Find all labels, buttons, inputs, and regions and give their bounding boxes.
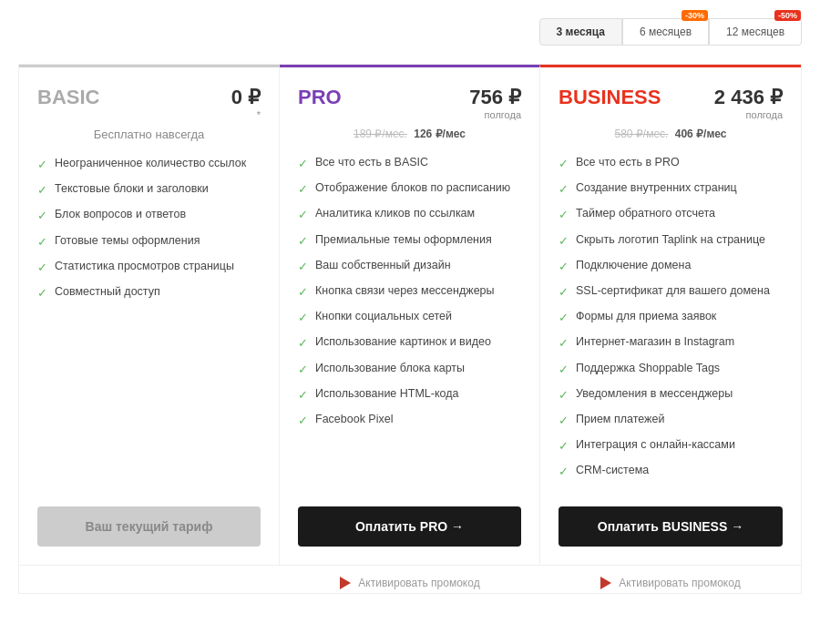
business-plan-button[interactable]: Оплатить BUSINESS → [559,506,783,547]
basic-features: ✓Неограниченное количество ссылок ✓Текст… [37,156,261,488]
list-item: ✓CRM-система [559,463,783,480]
check-icon: ✓ [298,413,308,429]
check-icon: ✓ [298,362,308,378]
business-price-block: 2 436 ₽ полгода [714,86,783,120]
list-item: ✓Интеграция с онлайн-кассами [559,437,783,455]
check-icon: ✓ [559,413,569,429]
list-item: ✓Скрыть логотип Taplink на странице [559,232,783,250]
list-item: ✓Поддержка Shoppable Tags [559,361,783,378]
check-icon: ✓ [37,285,47,302]
list-item: ✓Отображение блоков по расписанию [298,180,521,198]
badge-6months: -30% [682,10,708,21]
promo-basic-empty [19,566,280,593]
business-new-price: 406 ₽/мес [675,128,727,140]
business-price: 2 436 ₽ [714,86,783,108]
business-monthly: 580 ₽/мес. 406 ₽/мес [559,128,783,140]
pro-plan-name: PRO [298,86,342,109]
plan-business: BUSINESS 2 436 ₽ полгода 580 ₽/мес. 406 … [540,65,801,565]
list-item: ✓Уведомления в мессенджеры [559,386,783,404]
check-icon: ✓ [37,234,47,250]
check-icon: ✓ [559,156,569,172]
tab-12months[interactable]: -50% 12 месяцев [709,18,802,46]
tab-3months[interactable]: 3 месяца [539,18,622,46]
basic-price-sub: * [231,109,261,120]
check-icon: ✓ [37,208,47,224]
check-icon: ✓ [298,310,308,326]
list-item: ✓Подключение домена [559,258,783,275]
check-icon: ✓ [298,387,308,404]
list-item: ✓Совместный доступ [37,284,261,302]
list-item: ✓Использование блока карты [298,361,521,378]
badge-12months: -50% [774,10,801,21]
list-item: ✓Использование картинок и видео [298,334,521,352]
list-item: ✓Прием платежей [559,412,783,429]
list-item: ✓SSL-сертификат для вашего домена [559,283,783,301]
check-icon: ✓ [37,157,47,173]
list-item: ✓Аналитика кликов по ссылкам [298,206,521,223]
list-item: ✓Таймер обратного отсчета [559,206,783,223]
list-item: ✓Готовые темы оформления [37,233,261,250]
business-plan-name: BUSINESS [559,86,661,109]
promo-arrow-business-icon [600,577,611,589]
business-price-sub: полгода [714,109,783,120]
check-icon: ✓ [559,207,569,223]
check-icon: ✓ [298,207,308,223]
check-icon: ✓ [559,387,569,404]
check-icon: ✓ [559,259,569,275]
check-icon: ✓ [298,335,308,352]
list-item: ✓Текстовые блоки и заголовки [37,181,261,199]
promo-business-label: Активировать промокод [619,577,740,589]
list-item: ✓Кнопка связи через мессенджеры [298,283,521,301]
basic-free-text: Бесплатно навсегда [37,128,261,141]
list-item: ✓Все что есть в PRO [559,155,783,172]
pro-new-price: 126 ₽/мес [414,128,466,140]
list-item: ✓Неограниченное количество ссылок [37,156,261,173]
list-item: ✓Создание внутренних страниц [559,180,783,198]
check-icon: ✓ [559,438,569,455]
check-icon: ✓ [559,181,569,198]
check-icon: ✓ [559,233,569,250]
list-item: ✓Facebook Pixel [298,412,521,429]
page-wrapper: 3 месяца -30% 6 месяцев -50% 12 месяцев … [0,0,820,644]
check-icon: ✓ [298,259,308,275]
check-icon: ✓ [37,182,47,199]
pro-old-price: 189 ₽/мес. [354,128,407,140]
check-icon: ✓ [298,156,308,172]
plan-pro: PRO 756 ₽ полгода 189 ₽/мес. 126 ₽/мес ✓… [280,65,540,565]
list-item: ✓Интернет-магазин в Instagram [559,334,783,352]
check-icon: ✓ [559,362,569,378]
pro-price: 756 ₽ [469,86,521,108]
promo-pro[interactable]: Активировать промокод [280,566,540,593]
list-item: ✓Статистика просмотров страницы [37,259,261,276]
basic-price: 0 ₽ [231,86,261,108]
basic-plan-button: Ваш текущий тариф [37,506,261,547]
promo-arrow-pro-icon [340,577,351,589]
check-icon: ✓ [559,284,569,301]
business-header: BUSINESS 2 436 ₽ полгода [559,86,783,120]
list-item: ✓Формы для приема заявок [559,309,783,326]
promo-pro-label: Активировать промокод [358,577,479,589]
basic-header: BASIC 0 ₽ * [37,86,261,120]
list-item: ✓Блок вопросов и ответов [37,207,261,224]
tab-6months[interactable]: -30% 6 месяцев [622,18,709,46]
plan-basic: BASIC 0 ₽ * Бесплатно навсегда ✓Неограни… [19,65,280,565]
list-item: ✓Все что есть в BASIC [298,155,521,172]
promo-row-grid: Активировать промокод Активировать промо… [18,566,802,594]
check-icon: ✓ [298,233,308,250]
list-item: ✓Использование HTML-кода [298,386,521,404]
list-item: ✓Ваш собственный дизайн [298,258,521,275]
pro-features: ✓Все что есть в BASIC ✓Отображение блоко… [298,155,521,488]
check-icon: ✓ [37,260,47,276]
promo-business[interactable]: Активировать промокод [540,566,801,593]
pro-price-block: 756 ₽ полгода [469,86,521,120]
check-icon: ✓ [559,335,569,352]
pro-monthly: 189 ₽/мес. 126 ₽/мес [298,128,521,140]
business-features: ✓Все что есть в PRO ✓Создание внутренних… [559,155,783,488]
basic-plan-name: BASIC [37,86,99,109]
check-icon: ✓ [298,181,308,198]
pro-plan-button[interactable]: Оплатить PRO → [298,506,521,547]
list-item: ✓Премиальные темы оформления [298,232,521,250]
business-old-price: 580 ₽/мес. [614,128,668,140]
pro-header: PRO 756 ₽ полгода [298,86,521,120]
basic-price-block: 0 ₽ * [231,86,261,120]
